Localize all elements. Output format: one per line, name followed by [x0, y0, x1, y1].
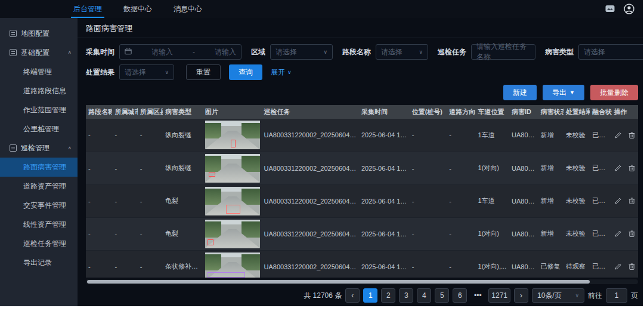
detection-box [209, 172, 215, 177]
column-header: 所属区县 [138, 105, 163, 119]
monitor-icon[interactable] [605, 4, 615, 14]
cell-task: UA800331220002_20250604133852059 [262, 184, 359, 217]
sidebar-subitem[interactable]: 路面病害管理 [0, 158, 78, 177]
total-count: 共 12706 条 [304, 291, 342, 301]
page-button[interactable]: 6 [453, 288, 467, 303]
sidebar-subitem[interactable]: 道路路段信息 [0, 81, 78, 100]
edit-icon[interactable] [614, 263, 622, 270]
road-photo-thumbnail[interactable] [205, 220, 260, 248]
delete-icon[interactable] [628, 197, 636, 205]
page-button[interactable]: 3 [399, 288, 413, 303]
edit-icon[interactable] [614, 131, 622, 139]
sidebar-subitem[interactable]: 线性资产管理 [0, 215, 78, 234]
delete-icon[interactable] [628, 164, 636, 172]
edit-icon[interactable] [614, 164, 622, 172]
user-avatar-icon[interactable] [624, 4, 634, 14]
page-button[interactable]: 5 [435, 288, 449, 303]
disease-type-select[interactable]: 请选择∨ [578, 44, 643, 60]
edit-icon[interactable] [614, 197, 622, 205]
cell-ops [612, 250, 639, 278]
chevron-down-icon: ∨ [575, 292, 579, 298]
goto-page-input[interactable] [606, 288, 627, 303]
sidebar-item[interactable]: 地图配置 [0, 24, 78, 43]
edit-icon[interactable] [614, 230, 622, 238]
topbar-tab[interactable]: 数据中心 [113, 0, 163, 18]
road-photo-thumbnail[interactable] [205, 121, 260, 149]
expand-label: 展开 [271, 67, 285, 78]
table-row[interactable]: ---纵向裂缝UA800331220002_202506041338520592… [86, 119, 638, 152]
photo-treer [242, 156, 259, 171]
sidebar: 地图配置基础配置∧终端管理道路路段信息作业范围管理公里桩管理巡检管理∧路面病害管… [0, 18, 78, 306]
sidebar-subitem[interactable]: 道路资产管理 [0, 177, 78, 196]
prev-page-button[interactable]: ‹ [345, 288, 360, 303]
table-row[interactable]: ---条状修补(沥青)UA800331220002_20250604133852… [86, 250, 638, 278]
select-placeholder: 请选择 [381, 47, 402, 57]
column-header: 采集时间 [359, 105, 410, 119]
road-photo-thumbnail[interactable] [205, 154, 260, 183]
batch-delete-button[interactable]: 批量删除 [590, 85, 638, 100]
export-button[interactable]: 导出 ▼ [543, 85, 584, 100]
sidebar-item[interactable]: 巡检管理∧ [0, 138, 78, 158]
page-size-label: 10条/页 [537, 291, 562, 301]
expand-link[interactable]: 展开 ∨ [271, 67, 292, 78]
column-header: 图片 [203, 105, 262, 119]
reset-button[interactable]: 重置 [186, 64, 221, 80]
scrollbar-thumb[interactable] [87, 280, 590, 284]
create-button[interactable]: 新建 [503, 85, 537, 100]
cell-lane: 1(对向) [476, 217, 509, 250]
page-button[interactable]: 1 [363, 288, 377, 303]
column-header: 病害状态 [538, 105, 563, 119]
sidebar-subitem[interactable]: 巡检任务管理 [0, 234, 78, 253]
cell-county: - [138, 184, 163, 217]
cell-task: UA800331220002_20250604133852059 [262, 217, 359, 250]
table-row[interactable]: ---龟裂UA800331220002_20250604133852059202… [86, 217, 638, 250]
road-photo-thumbnail[interactable] [205, 253, 260, 278]
sidebar-subitem[interactable]: 导出记录 [0, 253, 78, 272]
page-button[interactable]: 4 [417, 288, 431, 303]
photo-treel [205, 123, 222, 138]
table-row[interactable]: ---纵向裂缝UA800331220002_202506041338520592… [86, 152, 638, 184]
cell-type: 条状修补(沥青) [163, 250, 203, 278]
sidebar-subitem[interactable]: 终端管理 [0, 62, 78, 81]
delete-icon[interactable] [628, 131, 636, 139]
column-header: 位置(桩号) [410, 105, 447, 119]
topbar-tab[interactable]: 消息中心 [163, 0, 213, 18]
road-name-select[interactable]: 请选择∨ [376, 44, 428, 60]
next-page-button[interactable]: › [514, 288, 528, 303]
sidebar-subitem[interactable]: 作业范围管理 [0, 100, 78, 119]
search-button[interactable]: 查询 [229, 64, 262, 80]
region-select[interactable]: 请选择∨ [270, 44, 333, 60]
column-header: 所属城市 [112, 105, 137, 119]
cell-time: 2025-06-04 13:50 [359, 184, 410, 217]
cell-time: 2025-06-04 13:50 [359, 152, 410, 184]
page-button[interactable]: 2 [381, 288, 395, 303]
sidebar-subitem[interactable]: 公里桩管理 [0, 119, 78, 138]
photo-treel [205, 254, 222, 270]
cell-result: 待观察 [564, 250, 590, 278]
cell-road: - [86, 217, 112, 250]
cell-direction: - [447, 184, 475, 217]
delete-icon[interactable] [628, 263, 636, 270]
cell-time: 2025-06-04 13:50 [359, 217, 410, 250]
table-row[interactable]: ---龟裂UA800331220002_20250604133852059202… [86, 184, 638, 217]
page-size-select[interactable]: 10条/页∨ [532, 288, 584, 303]
cell-id: UA800... [509, 217, 538, 250]
sidebar-item[interactable]: 基础配置∧ [0, 43, 78, 62]
cell-direction: - [447, 250, 475, 278]
task-input[interactable]: 请输入巡检任务名称 [471, 44, 535, 60]
filter-label: 处置结果 [86, 67, 114, 78]
cell-direction: - [447, 119, 475, 152]
date-range-input[interactable]: 请输入-请输入 [119, 44, 242, 60]
topbar-tab[interactable]: 后台管理 [63, 0, 113, 18]
result-select[interactable]: 请选择 ∨ [119, 64, 174, 80]
cell-thumb [203, 152, 262, 184]
horizontal-scrollbar[interactable] [86, 279, 638, 284]
input-placeholder: 请输入巡检任务名称 [476, 42, 530, 62]
cell-thumb [203, 119, 262, 152]
delete-icon[interactable] [628, 230, 636, 238]
page-button[interactable]: 1271 [488, 288, 510, 303]
cell-stake: - [410, 152, 447, 184]
road-photo-thumbnail[interactable] [205, 187, 260, 215]
cell-ops [612, 119, 639, 152]
sidebar-subitem[interactable]: 交安事件管理 [0, 196, 78, 215]
